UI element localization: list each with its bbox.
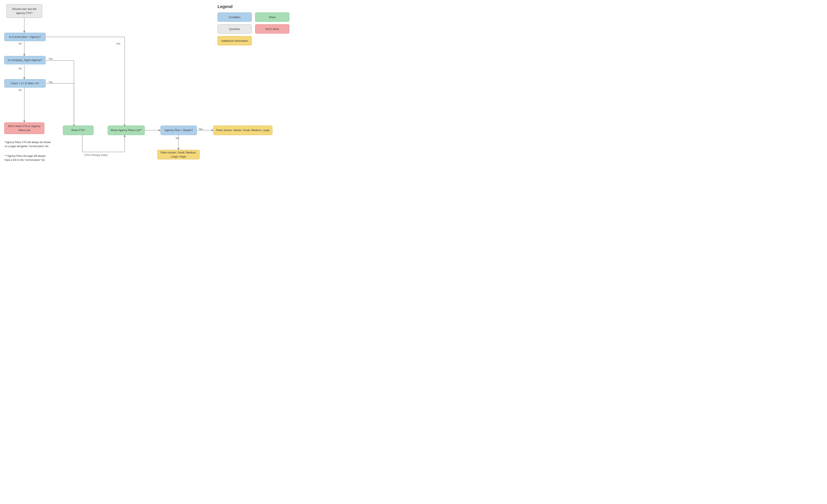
label-no2: No [18,67,22,70]
label-cta-primary: CTA's Primary Action [84,154,108,157]
legend-grid: Condition Show Question Don't show Addit… [217,12,289,45]
node-plans-starter: Plans shown: Starter, Small, Medium, Lar… [213,125,273,135]
legend-question: Question [217,24,252,34]
label-yes3: Yes [116,42,120,45]
diagram-container: Should user see the agency CTA? Is Curre… [0,0,296,181]
legend-dontshow: Don't show [255,24,289,34]
footnote-2: ** Agency Plans list page will always ha… [5,154,51,162]
legend: Legend Condition Show Question Don't sho… [217,4,289,45]
node-show-cta: Show CTA* [63,125,94,135]
node-dont-show: Don't show CTA or Agency Plans List [4,122,44,134]
node-plans-small: Plans shown: Small, Medium, Large, Huge [157,150,200,159]
footnote-1: *Agency Plans CTA will always be shown o… [5,141,51,148]
node-start: Should user see the agency CTA? [6,4,42,18]
label-yes1: Yes [49,57,53,60]
legend-title: Legend [217,4,289,9]
node-company-type: Is Company_Type=Agency? [4,56,46,64]
label-yes4: Yes [198,128,203,131]
label-no1: No [18,42,22,45]
label-yes2: Yes [49,80,53,83]
label-no4: No [176,137,179,140]
node-agency-plan-starter: Agency Plan = Starter? [160,125,197,135]
node-show-agency-plans: Show Agency Plans List** [108,125,145,135]
legend-condition: Condition [217,12,252,22]
legend-show: Show [255,12,289,22]
label-no3: No [18,89,22,92]
node-current-plan: Is Current plan = Agency? [4,33,46,41]
legend-info: Additional Information [217,36,252,45]
node-users-sites: Users = 2+ & Sites =4+ [4,79,46,88]
